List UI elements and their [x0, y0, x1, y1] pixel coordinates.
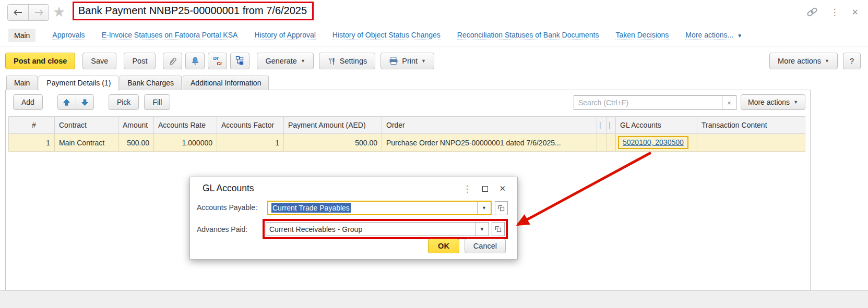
attachments-button[interactable] — [163, 53, 182, 69]
table-header-row: # Contract Amount Accounts Rate Accounts… — [9, 117, 805, 134]
search-input[interactable] — [574, 95, 722, 110]
cell-gl-accounts[interactable]: 5020100, 2030500 — [616, 134, 697, 152]
post-button[interactable]: Post — [124, 53, 156, 69]
dialog-more-menu-icon[interactable]: ⋮ — [462, 184, 471, 193]
more-menu-icon[interactable]: ⋮ — [830, 8, 839, 17]
cell-amount[interactable]: 500.00 — [118, 134, 154, 152]
col-order[interactable]: Order — [382, 117, 597, 134]
cell-payment-amount[interactable]: 500.00 — [284, 134, 382, 152]
accounts-payable-open-button[interactable] — [495, 201, 508, 215]
advances-paid-field[interactable]: Current Receivables - Group ▼ — [266, 222, 489, 236]
chevron-down-icon: ▼ — [825, 58, 829, 64]
move-up-button[interactable] — [58, 95, 76, 109]
footer-strip — [0, 290, 868, 308]
col-narrow-1[interactable]: | — [597, 117, 607, 134]
grid-toolbar: Add Pick Fill — [13, 94, 170, 110]
nav-item-reconciliation-statuses[interactable]: Reconciliation Statuses of Bank Document… — [457, 31, 599, 40]
move-down-button[interactable] — [76, 95, 93, 109]
title-bar: ★ Bank Payment NNBP25-00000001 from 7/6/… — [0, 0, 868, 25]
cell-transaction-content[interactable] — [697, 134, 805, 152]
col-narrow-2[interactable]: | — [607, 117, 616, 134]
window-controls: ⋮ ✕ — [806, 6, 859, 18]
col-amount[interactable]: Amount — [118, 117, 154, 134]
tab-additional-information[interactable]: Additional Information — [183, 76, 269, 90]
col-transaction-content[interactable]: Transaction Content — [697, 117, 805, 134]
cell-order[interactable]: Purchase Order NNPO25-00000001 dated 7/6… — [382, 134, 597, 152]
advances-paid-label: Advances Paid: — [197, 225, 247, 233]
back-button[interactable] — [8, 5, 28, 20]
fill-button[interactable]: Fill — [144, 94, 170, 110]
move-row-group — [57, 94, 94, 110]
advances-paid-dropdown[interactable]: ▼ — [475, 223, 489, 236]
table-row[interactable]: 1 Main Contract 500.00 1.000000 1 500.00… — [9, 134, 805, 152]
chevron-down-icon: ▼ — [793, 100, 798, 105]
reminder-button[interactable] — [185, 53, 205, 69]
grid-more-actions-button[interactable]: More actions▼ — [741, 94, 805, 110]
settings-button[interactable]: Settings — [319, 53, 375, 69]
post-and-close-button[interactable]: Post and close — [5, 53, 75, 69]
accounts-payable-field[interactable]: Current Trade Payables ▼ — [267, 201, 492, 215]
dialog-maximize-icon[interactable] — [482, 186, 488, 192]
nav-more-actions[interactable]: More actions... ▼ — [685, 31, 742, 40]
cell-accounts-factor[interactable]: 1 — [217, 134, 284, 152]
link-icon[interactable] — [806, 6, 818, 18]
accounts-payable-label: Accounts Payable: — [197, 203, 257, 212]
tab-payment-details[interactable]: Payment Details (1) — [39, 76, 118, 91]
title-annotation-box: Bank Payment NNBP25-00000001 from 7/6/20… — [73, 2, 314, 20]
nav-item-einvoice-statuses[interactable]: E-Invoice Statuses on Fatoora Portal KSA — [102, 31, 238, 40]
cell-number[interactable]: 1 — [9, 134, 55, 152]
arrow-up-icon — [63, 98, 70, 106]
page-title: Bank Payment NNBP25-00000001 from 7/6/20… — [78, 5, 307, 16]
print-button[interactable]: Print▼ — [381, 53, 434, 69]
document-structure-button[interactable] — [230, 53, 249, 69]
gl-accounts-link[interactable]: 5020100, 2030500 — [623, 138, 684, 146]
detail-tabs: Main Payment Details (1) Bank Charges Ad… — [6, 75, 270, 90]
nav-item-history-of-approval[interactable]: History of Approval — [254, 31, 316, 40]
col-gl-accounts[interactable]: GL Accounts — [616, 117, 697, 134]
favorite-star-icon[interactable]: ★ — [53, 4, 65, 20]
cell-contract[interactable]: Main Contract — [55, 134, 118, 152]
col-payment-amount[interactable]: Payment Amount (AED) — [284, 117, 382, 134]
printer-icon — [389, 57, 398, 65]
cell-accounts-rate[interactable]: 1.000000 — [154, 134, 217, 152]
col-contract[interactable]: Contract — [55, 117, 118, 134]
more-actions-button[interactable]: More actions▼ — [769, 53, 838, 69]
bell-icon — [191, 56, 200, 66]
forward-button[interactable] — [28, 5, 49, 20]
nav-item-taken-decisions[interactable]: Taken Decisions — [615, 31, 669, 40]
settings-tools-icon — [327, 57, 336, 66]
clear-search-icon[interactable]: × — [722, 95, 736, 110]
dialog-title: GL Accounts — [203, 183, 254, 194]
forward-arrow-icon — [34, 9, 43, 16]
accounts-payable-dropdown[interactable]: ▼ — [477, 202, 491, 214]
dialog-close-icon[interactable]: ✕ — [499, 184, 506, 193]
generate-button[interactable]: Generate▼ — [257, 53, 313, 69]
col-accounts-rate[interactable]: Accounts Rate — [154, 117, 217, 134]
cell-narrow-1[interactable] — [597, 134, 607, 152]
nav-item-history-object-status[interactable]: History of Object Status Changes — [332, 31, 441, 40]
add-row-button[interactable]: Add — [13, 94, 43, 110]
pick-button[interactable]: Pick — [109, 94, 139, 110]
save-button[interactable]: Save — [82, 53, 116, 69]
accounts-payable-value: Current Trade Payables — [271, 203, 351, 213]
tab-main[interactable]: Main — [6, 76, 38, 90]
tab-bank-charges[interactable]: Bank Charges — [120, 76, 182, 90]
nav-item-main[interactable]: Main — [8, 29, 35, 42]
open-item-icon — [495, 226, 502, 232]
advances-paid-open-button[interactable] — [492, 222, 505, 236]
cancel-button[interactable]: Cancel — [465, 239, 506, 253]
nav-item-approvals[interactable]: Approvals — [52, 31, 85, 40]
dr-cr-postings-button[interactable]: Dr Cr — [208, 53, 227, 69]
chevron-down-icon: ▼ — [421, 58, 426, 64]
cell-narrow-2[interactable] — [607, 134, 616, 152]
ok-button[interactable]: OK — [428, 239, 459, 253]
document-nav-bar: Main Approvals E-Invoice Statuses on Fat… — [0, 25, 868, 46]
chevron-down-icon: ▼ — [301, 58, 305, 64]
dialog-buttons: OK Cancel — [428, 239, 506, 253]
col-accounts-factor[interactable]: Accounts Factor — [217, 117, 284, 134]
close-window-icon[interactable]: ✕ — [852, 7, 859, 17]
help-button[interactable]: ? — [843, 53, 861, 69]
chevron-down-icon: ▼ — [480, 227, 484, 232]
chevron-down-icon: ▼ — [737, 33, 742, 39]
col-number[interactable]: # — [9, 117, 55, 134]
